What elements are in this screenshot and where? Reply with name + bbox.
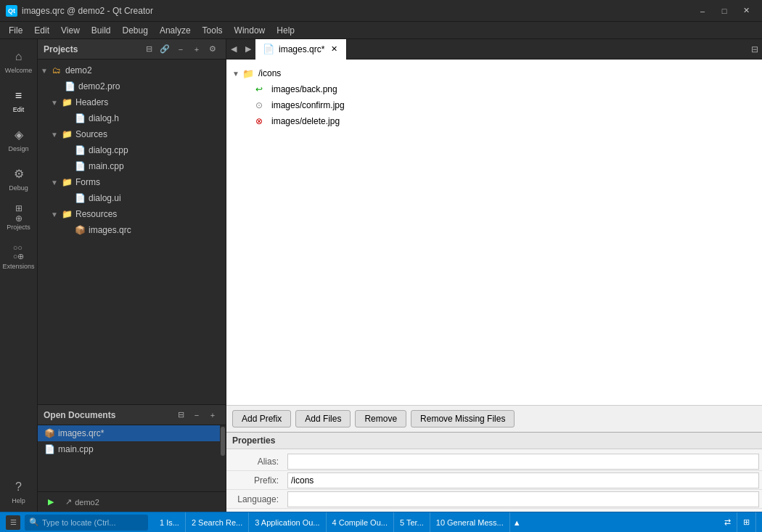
status-item-issues[interactable]: 1 Is... xyxy=(154,512,186,533)
collapse-button[interactable]: − xyxy=(173,42,188,57)
tree-label-imagesqrc: images.qrc xyxy=(89,225,131,235)
resource-group-header-icons[interactable]: ▼ 📁 /icons xyxy=(232,65,756,81)
open-docs-action-2[interactable]: − xyxy=(189,408,204,422)
add-prefix-button[interactable]: Add Prefix xyxy=(232,410,291,427)
tree-item-resources[interactable]: ▼ 📁 Resources xyxy=(38,206,226,222)
tree-item-demo2[interactable]: ▼ 🗂 demo2 xyxy=(38,62,226,78)
sidebar-debug-btn[interactable]: demo2 xyxy=(80,495,94,510)
tab-nav-right[interactable]: ▶ xyxy=(241,39,255,60)
filter-button[interactable]: ⊟ xyxy=(142,42,156,57)
tree-item-dialogui[interactable]: 📄 dialog.ui xyxy=(38,190,226,206)
sidebar-item-help[interactable]: ? Help xyxy=(1,472,36,510)
prop-row-prefix: Prefix: xyxy=(226,471,762,490)
status-item-general[interactable]: 10 General Mess... xyxy=(430,512,510,533)
menu-window[interactable]: Window xyxy=(229,24,271,37)
projects-panel-actions[interactable]: ⊟ 🔗 − + ⚙ xyxy=(142,42,220,57)
open-documents-list: 📦 images.qrc* 📄 main.cpp xyxy=(38,425,226,491)
menu-debug[interactable]: Debug xyxy=(117,24,154,37)
open-docs-action-1[interactable]: ⊟ xyxy=(173,408,188,422)
tree-item-headers[interactable]: ▼ 📁 Headers xyxy=(38,94,226,110)
menu-file[interactable]: File xyxy=(3,24,28,37)
settings-button[interactable]: ⚙ xyxy=(205,42,220,57)
sidebar-item-projects[interactable]: ⊞⊕ Projects xyxy=(1,199,36,237)
tree-item-forms[interactable]: ▼ 📁 Forms xyxy=(38,174,226,190)
tree-item-imagesqrc[interactable]: 📦 images.qrc xyxy=(38,222,226,238)
tab-nav-left[interactable]: ◀ xyxy=(226,39,241,60)
properties-section: Properties Alias: Prefix: Language: xyxy=(226,432,762,512)
open-docs-actions[interactable]: ⊟ − + xyxy=(173,408,220,422)
tree-item-dialogh[interactable]: 📄 dialog.h xyxy=(38,110,226,126)
remove-button[interactable]: Remove xyxy=(355,410,406,427)
minimize-button[interactable]: – xyxy=(692,4,713,18)
projects-panel: Projects ⊟ 🔗 − + ⚙ ▼ 🗂 demo2 📄 demo2.pro xyxy=(38,39,226,512)
sidebar-item-debug[interactable]: ⚙ Debug xyxy=(1,160,36,197)
expand-button[interactable]: + xyxy=(189,42,204,57)
tree-label-forms: Forms xyxy=(75,177,100,187)
status-chevron-icon[interactable]: ▲ xyxy=(510,518,524,527)
tree-label-dialogh: dialog.h xyxy=(89,113,119,123)
sidebar-step-btn[interactable]: ↗ xyxy=(61,495,75,510)
status-item-terminal[interactable]: 5 Ter... xyxy=(394,512,430,533)
open-doc-label-maincpp: main.cpp xyxy=(58,444,94,454)
tree-item-dialogcpp[interactable]: 📄 dialog.cpp xyxy=(38,142,226,158)
resource-file-delete[interactable]: ⊗ images/delete.jpg xyxy=(232,113,756,129)
menu-view[interactable]: View xyxy=(55,24,86,37)
add-files-button[interactable]: Add Files xyxy=(295,410,351,427)
tree-arrow-sources: ▼ xyxy=(51,131,61,139)
menu-analyze[interactable]: Analyze xyxy=(154,24,197,37)
open-doc-icon-main: 📄 xyxy=(44,443,55,455)
open-documents-header: Open Documents ⊟ − + xyxy=(38,405,226,425)
resource-group-icons: ▼ 📁 /icons ↩ images/back.png ⊙ images/co… xyxy=(232,65,756,129)
menu-help[interactable]: Help xyxy=(271,24,300,37)
search-input[interactable] xyxy=(42,518,144,527)
resource-file-label-confirm: images/confirm.jpg xyxy=(271,100,345,110)
status-search-bar[interactable]: 🔍 xyxy=(25,515,148,531)
debug-icon: ⚙ xyxy=(11,166,27,182)
menu-bar: File Edit View Build Debug Analyze Tools… xyxy=(0,22,762,39)
open-docs-action-3[interactable]: + xyxy=(205,408,220,422)
language-input[interactable] xyxy=(287,491,759,507)
status-item-compile[interactable]: 4 Compile Ou... xyxy=(327,512,394,533)
sidebar-item-design[interactable]: ◈ Design xyxy=(1,120,36,158)
tab-bar: ◀ ▶ 📄 images.qrc* ✕ ⊟ xyxy=(226,39,762,60)
menu-build[interactable]: Build xyxy=(86,24,117,37)
maximize-button[interactable]: □ xyxy=(714,4,734,18)
open-doc-item-imagesqrc[interactable]: 📦 images.qrc* xyxy=(38,425,226,441)
remove-missing-files-button[interactable]: Remove Missing Files xyxy=(411,410,515,427)
status-item-search[interactable]: 2 Search Re... xyxy=(186,512,249,533)
menu-edit[interactable]: Edit xyxy=(28,24,55,37)
prefix-input[interactable] xyxy=(287,472,759,488)
ui-file-icon: 📄 xyxy=(74,192,86,204)
sidebar-build-btn[interactable]: ▶ xyxy=(44,495,58,510)
menu-tools[interactable]: Tools xyxy=(197,24,229,37)
sidebar-item-welcome[interactable]: ⌂ Welcome xyxy=(1,42,36,80)
resource-file-confirm[interactable]: ⊙ images/confirm.jpg xyxy=(232,97,756,113)
link-button[interactable]: 🔗 xyxy=(157,42,172,57)
status-item-app-output[interactable]: 3 Application Ou... xyxy=(249,512,326,533)
alias-input[interactable] xyxy=(287,454,759,470)
tree-arrow-headers: ▼ xyxy=(51,99,61,107)
sidebar-item-extensions[interactable]: ○○○⊕ Extensions xyxy=(1,238,36,276)
tree-item-sources[interactable]: ▼ 📁 Sources xyxy=(38,126,226,142)
status-bar: ☰ 🔍 1 Is... 2 Search Re... 3 Application… xyxy=(0,512,762,532)
status-right: ⇄ ⊞ xyxy=(718,512,756,533)
tree-item-demo2pro[interactable]: 📄 demo2.pro xyxy=(38,78,226,94)
open-docs-scrollbar[interactable] xyxy=(220,425,226,491)
status-menu-button[interactable]: ☰ xyxy=(6,515,20,530)
tab-split-button[interactable]: ⊟ xyxy=(747,39,762,60)
tab-close-images[interactable]: ✕ xyxy=(329,44,339,54)
tree-arrow-demo2: ▼ xyxy=(41,67,51,75)
tree-item-maincpp[interactable]: 📄 main.cpp xyxy=(38,158,226,174)
group-label-icons: /icons xyxy=(258,68,281,78)
close-button[interactable]: ✕ xyxy=(736,4,756,18)
status-expand-button[interactable]: ⊞ xyxy=(737,512,756,533)
open-doc-item-maincpp[interactable]: 📄 main.cpp xyxy=(38,441,226,457)
resource-file-back[interactable]: ↩ images/back.png xyxy=(232,81,756,97)
sidebar-item-edit[interactable]: ≡ Edit xyxy=(1,81,36,119)
header-file-icon: 📄 xyxy=(74,112,86,124)
search-icon: 🔍 xyxy=(29,517,39,527)
status-swap-button[interactable]: ⇄ xyxy=(718,512,737,533)
tab-imagesqrc[interactable]: 📄 images.qrc* ✕ xyxy=(255,39,347,60)
tree-label-headers: Headers xyxy=(75,97,108,107)
title-bar-controls[interactable]: – □ ✕ xyxy=(692,4,756,18)
